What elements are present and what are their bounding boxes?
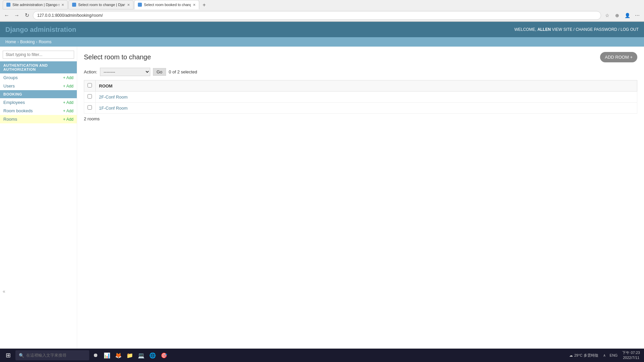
separator3: /	[618, 27, 621, 32]
address-bar[interactable]	[33, 11, 601, 20]
browser-tab-1[interactable]: Site administration | Django site... ✕	[3, 0, 68, 9]
sidebar-link-users[interactable]: Users	[3, 83, 15, 88]
start-button[interactable]: ⊞	[2, 350, 14, 361]
tab-title-3: Select room booked to change	[144, 3, 191, 7]
taskbar-firefox[interactable]: 🦊	[113, 350, 123, 360]
sidebar-link-employees[interactable]: Employees	[3, 100, 25, 105]
new-tab-button[interactable]: +	[200, 1, 208, 9]
select-all-checkbox[interactable]	[88, 83, 92, 87]
content-header: Select room to change ADD ROOM +	[84, 52, 637, 62]
taskbar: ⊞ 🔍 ⏺ 📊 🦊 📁 💻 🌐 🎯 ☁ 29°C 多雲時陰 ∧ ENG 下午 0…	[0, 349, 644, 361]
forward-button[interactable]: →	[13, 11, 21, 19]
sidebar-collapse-button[interactable]: «	[3, 289, 5, 294]
clock-time: 下午 07:23	[622, 350, 640, 355]
add-room-button[interactable]: ADD ROOM +	[600, 52, 637, 62]
tray-system-icons[interactable]: ∧	[602, 353, 607, 358]
taskbar-clock[interactable]: 下午 07:23 2022/7/11	[620, 350, 642, 361]
back-button[interactable]: ←	[3, 11, 11, 19]
action-label: Action:	[84, 69, 97, 74]
taskbar-search[interactable]: 🔍	[15, 350, 89, 360]
taskbar-extra1[interactable]: 🎯	[159, 350, 169, 360]
selected-count: 0 of 2 selected	[169, 69, 197, 74]
profile-button[interactable]: 👤	[623, 11, 631, 19]
sidebar-add-users[interactable]: + Add	[63, 84, 73, 88]
taskbar-explorer[interactable]: 📁	[125, 350, 135, 360]
tray-arrow: ∧	[603, 353, 606, 357]
tab-close-3[interactable]: ✕	[193, 3, 196, 7]
table-body: 2F-Conf Room 1F-Conf Room	[84, 92, 637, 114]
taskbar-ide[interactable]: 💻	[136, 350, 146, 360]
sidebar-link-groups[interactable]: Groups	[3, 75, 18, 80]
taskbar-task-view[interactable]: ⏺	[91, 350, 101, 360]
row-checkbox-1[interactable]	[84, 92, 96, 103]
table-row: 1F-Conf Room	[84, 103, 637, 114]
admin-title: Django administration	[5, 26, 76, 34]
page-title: Select room to change	[84, 53, 151, 61]
row-checkbox-input-2[interactable]	[88, 105, 92, 110]
star-button[interactable]: ☆	[603, 11, 611, 19]
row-checkbox-2[interactable]	[84, 103, 96, 114]
results-table: ROOM 2F-Conf Room 1F-Conf Room	[84, 80, 637, 114]
admin-body: AUTHENTICATION AND AUTHORIZATION Groups …	[0, 47, 644, 361]
logout-link[interactable]: LOG OUT	[621, 27, 639, 32]
go-button[interactable]: Go	[153, 68, 166, 76]
room-link-1[interactable]: 2F-Conf Room	[99, 95, 127, 100]
tab-favicon-2	[72, 3, 76, 7]
breadcrumb-page: Rooms	[39, 40, 51, 44]
taskbar-widgets[interactable]: 📊	[102, 350, 112, 360]
sidebar-add-groups[interactable]: + Add	[63, 75, 73, 80]
taskbar-tray: ☁ 29°C 多雲時陰 ∧ ENG 下午 07:23 2022/7/11	[567, 350, 642, 361]
tab-favicon-1	[6, 3, 10, 7]
tab-title-2: Select room to change | Django...	[78, 3, 125, 7]
sidebar-item-groups[interactable]: Groups + Add	[0, 73, 77, 82]
view-site-link[interactable]: VIEW SITE	[552, 27, 572, 32]
refresh-button[interactable]: ↻	[23, 11, 31, 19]
more-button[interactable]: ⋯	[633, 11, 641, 19]
sidebar-item-employees[interactable]: Employees + Add	[0, 98, 77, 107]
tab-favicon-3	[138, 3, 142, 7]
tray-lang[interactable]: ENG	[608, 353, 619, 358]
room-cell-2: 1F-Conf Room	[96, 103, 637, 114]
action-select[interactable]: --------	[100, 68, 150, 76]
admin-header: Django administration WELCOME, ALLEN VIE…	[0, 22, 644, 37]
browser-tab-2[interactable]: Select room to change | Django... ✕	[68, 0, 133, 9]
sidebar-add-employees[interactable]: + Add	[63, 100, 73, 105]
admin-user-info: WELCOME, ALLEN VIEW SITE / CHANGE PASSWO…	[514, 27, 639, 32]
taskbar-browser[interactable]: 🌐	[148, 350, 158, 360]
sidebar-link-room-bookeds[interactable]: Room bookeds	[3, 108, 33, 113]
change-password-link[interactable]: CHANGE PASSWORD	[576, 27, 617, 32]
table-header-room: ROOM	[96, 80, 637, 92]
breadcrumb-sep2: ›	[36, 40, 37, 44]
sidebar-section-booking: BOOKING	[0, 90, 77, 98]
weather-icon: ☁	[569, 353, 573, 358]
breadcrumb-home[interactable]: Home	[5, 40, 16, 44]
taskbar-search-input[interactable]	[26, 353, 83, 358]
sidebar-filter[interactable]	[3, 51, 74, 59]
main-content: Select room to change ADD ROOM + Action:…	[77, 47, 644, 361]
sidebar-add-room-bookeds[interactable]: + Add	[63, 109, 73, 113]
tab-bar: Site administration | Django site... ✕ S…	[0, 0, 644, 9]
tab-close-2[interactable]: ✕	[127, 3, 130, 7]
extensions-button[interactable]: ⊕	[613, 11, 621, 19]
weather-widget[interactable]: ☁ 29°C 多雲時陰	[567, 353, 600, 358]
django-admin: Django administration WELCOME, ALLEN VIE…	[0, 22, 644, 361]
row-checkbox-input-1[interactable]	[88, 94, 92, 99]
table-header-row: ROOM	[84, 80, 637, 92]
welcome-text: WELCOME,	[514, 27, 536, 32]
sidebar-item-users[interactable]: Users + Add	[0, 82, 77, 90]
room-cell-1: 2F-Conf Room	[96, 92, 637, 103]
sidebar-link-rooms[interactable]: Rooms	[3, 117, 17, 122]
sidebar: AUTHENTICATION AND AUTHORIZATION Groups …	[0, 47, 77, 361]
action-bar: Action: -------- Go 0 of 2 selected	[84, 68, 637, 76]
room-link-2[interactable]: 1F-Conf Room	[99, 106, 127, 111]
sidebar-item-rooms[interactable]: Rooms + Add	[0, 115, 77, 123]
tab-close-1[interactable]: ✕	[61, 3, 64, 7]
table-header-checkbox	[84, 80, 96, 92]
weather-temp: 29°C 多雲時陰	[574, 353, 598, 358]
tab-title-1: Site administration | Django site...	[12, 3, 59, 7]
sidebar-add-rooms[interactable]: + Add	[63, 117, 73, 122]
browser-tab-3[interactable]: Select room booked to change ✕	[134, 0, 199, 9]
breadcrumb-sep1: ›	[17, 40, 19, 44]
sidebar-item-room-bookeds[interactable]: Room bookeds + Add	[0, 107, 77, 115]
breadcrumb-section[interactable]: Booking	[20, 40, 35, 44]
